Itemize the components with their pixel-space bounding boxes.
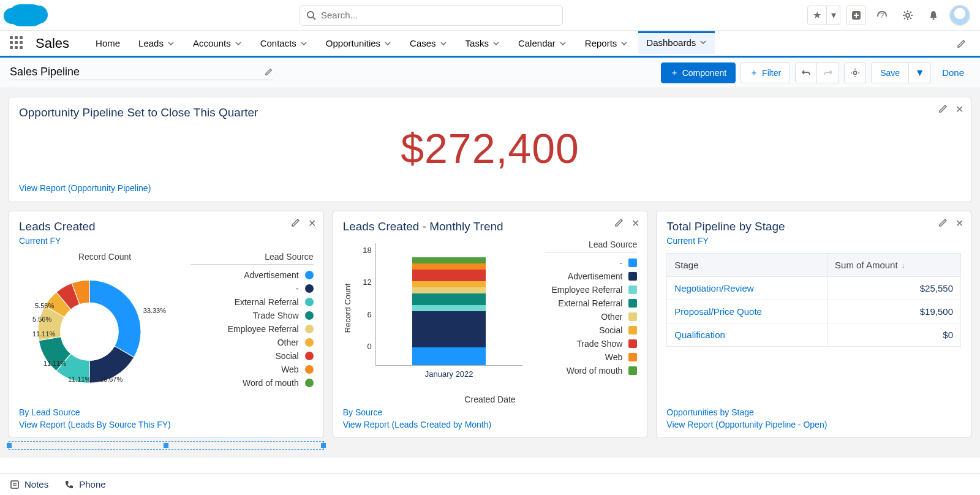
dashboard-title[interactable]: Sales Pipeline xyxy=(10,66,80,78)
favorites-star-icon[interactable]: ★ xyxy=(807,6,827,25)
edit-component-icon[interactable] xyxy=(291,217,301,229)
stage-cell[interactable]: Qualification xyxy=(667,323,827,347)
save-button[interactable]: Save xyxy=(871,62,909,83)
metric-card[interactable]: ✕ Opportunity Pipeline Set to Close This… xyxy=(9,97,971,202)
nav-item-contacts[interactable]: Contacts xyxy=(252,32,315,55)
app-launcher-icon[interactable] xyxy=(10,36,24,51)
legend-swatch xyxy=(305,325,314,333)
edit-title-icon[interactable] xyxy=(265,67,273,76)
legend-item[interactable]: - xyxy=(545,256,637,270)
legend-item[interactable]: Advertisement xyxy=(190,268,314,282)
svg-point-14 xyxy=(854,71,857,74)
donut-card[interactable]: ✕ Leads Created Current FY Record Count … xyxy=(9,211,324,437)
nav-item-calendar[interactable]: Calendar xyxy=(510,32,575,55)
edit-component-icon[interactable] xyxy=(614,217,624,229)
nav-item-cases[interactable]: Cases xyxy=(402,32,455,55)
delete-component-icon[interactable]: ✕ xyxy=(631,217,639,229)
legend-item[interactable]: Trade Show xyxy=(190,309,314,322)
edit-nav-icon[interactable] xyxy=(953,35,970,52)
view-report-link[interactable]: View Report (Leads By Source This FY) xyxy=(19,420,171,429)
add-component-button[interactable]: ＋Component xyxy=(661,62,736,83)
nav-label: Reports xyxy=(585,38,617,48)
user-avatar[interactable] xyxy=(949,5,970,26)
add-icon[interactable] xyxy=(846,6,866,25)
legend-item[interactable]: External Referral xyxy=(190,295,314,309)
legend-item[interactable]: Web xyxy=(190,363,314,376)
card-footer-link[interactable]: By Source xyxy=(343,407,492,417)
card-footer-link[interactable]: By Lead Source xyxy=(19,407,171,417)
svg-line-11 xyxy=(910,12,911,13)
add-filter-button[interactable]: ＋Filter xyxy=(741,62,790,83)
chevron-down-icon[interactable] xyxy=(167,40,175,47)
chevron-down-icon[interactable] xyxy=(235,40,242,47)
legend-item[interactable]: Other xyxy=(190,336,314,349)
chevron-down-icon[interactable] xyxy=(440,40,447,47)
nav-item-dashboards[interactable]: Dashboards xyxy=(638,31,715,54)
delete-component-icon[interactable]: ✕ xyxy=(956,104,963,115)
legend-item[interactable]: Employee Referral xyxy=(190,322,314,336)
selection-frame[interactable] xyxy=(9,441,324,450)
legend-item[interactable]: Advertisement xyxy=(545,270,637,283)
bar-card[interactable]: ✕ Leads Created - Monthly Trend Record C… xyxy=(333,211,648,437)
table-card[interactable]: ✕ Total Pipeline by Stage Current FY Sta… xyxy=(656,211,971,437)
nav-item-reports[interactable]: Reports xyxy=(577,32,636,55)
nav-item-leads[interactable]: Leads xyxy=(130,32,183,55)
save-menu-button[interactable]: ▼ xyxy=(909,62,931,83)
chevron-down-icon[interactable] xyxy=(620,40,628,47)
delete-component-icon[interactable]: ✕ xyxy=(956,217,963,229)
resize-handle[interactable] xyxy=(164,443,168,448)
view-report-link[interactable]: View Report (Opportunity Pipeline - Open… xyxy=(666,420,827,429)
resize-handle[interactable] xyxy=(321,443,326,448)
legend-item[interactable]: Trade Show xyxy=(545,337,637,350)
undo-button[interactable] xyxy=(795,62,817,83)
resize-handle[interactable] xyxy=(7,443,12,448)
table-header-amount[interactable]: Sum of Amount↓ xyxy=(827,254,961,277)
dashboard-settings-button[interactable] xyxy=(844,62,866,83)
legend-item[interactable]: Employee Referral xyxy=(545,283,637,297)
legend-item[interactable]: External Referral xyxy=(545,297,637,310)
table-header-stage[interactable]: Stage xyxy=(667,254,827,277)
chevron-down-icon[interactable] xyxy=(699,39,707,46)
notifications-bell-icon[interactable] xyxy=(924,6,943,25)
bar-segment xyxy=(412,270,486,282)
nav-item-accounts[interactable]: Accounts xyxy=(185,32,250,55)
legend-item[interactable]: Web xyxy=(545,350,637,364)
help-icon[interactable]: ? xyxy=(872,6,892,25)
legend-item[interactable]: Social xyxy=(545,323,637,337)
search-input[interactable] xyxy=(321,10,556,20)
nav-item-opportunities[interactable]: Opportunities xyxy=(318,32,399,55)
stage-cell[interactable]: Negotiation/Review xyxy=(667,277,827,300)
legend-item[interactable]: Other xyxy=(545,310,637,323)
legend-item[interactable]: - xyxy=(190,282,314,295)
nav-label: Tasks xyxy=(466,38,489,48)
edit-component-icon[interactable] xyxy=(938,217,948,229)
redo-button[interactable] xyxy=(817,62,839,83)
stage-cell[interactable]: Proposal/Price Quote xyxy=(667,300,827,323)
app-nav-bar: Sales HomeLeadsAccountsContactsOpportuni… xyxy=(0,31,980,58)
chevron-down-icon[interactable] xyxy=(559,40,567,47)
table-row[interactable]: Qualification$0 xyxy=(667,323,961,347)
card-footer-link[interactable]: Opportunities by Stage xyxy=(666,407,827,417)
nav-item-tasks[interactable]: Tasks xyxy=(458,32,508,55)
legend-item[interactable]: Social xyxy=(190,349,314,363)
chevron-down-icon[interactable] xyxy=(300,40,307,47)
setup-gear-icon[interactable] xyxy=(898,6,918,25)
table-row[interactable]: Negotiation/Review$25,550 xyxy=(667,277,961,300)
legend-label: - xyxy=(296,284,299,293)
nav-item-home[interactable]: Home xyxy=(88,32,128,55)
y-axis-label: Record Count xyxy=(343,284,352,333)
done-button[interactable]: Done xyxy=(936,67,970,78)
chevron-down-icon[interactable] xyxy=(492,40,500,47)
view-report-link[interactable]: View Report (Leads Created by Month) xyxy=(343,420,492,429)
legend-label: Trade Show xyxy=(253,311,299,320)
delete-component-icon[interactable]: ✕ xyxy=(308,217,316,229)
table-row[interactable]: Proposal/Price Quote$19,500 xyxy=(667,300,961,323)
favorites-menu-icon[interactable]: ▾ xyxy=(827,6,840,25)
global-search[interactable] xyxy=(300,5,563,26)
legend-label: External Referral xyxy=(558,298,622,308)
edit-component-icon[interactable] xyxy=(938,104,948,115)
legend-item[interactable]: Word of mouth xyxy=(190,376,314,390)
legend-item[interactable]: Word of mouth xyxy=(545,364,637,377)
chevron-down-icon[interactable] xyxy=(384,40,391,47)
view-report-link[interactable]: View Report (Opportunity Pipeline) xyxy=(19,183,961,193)
